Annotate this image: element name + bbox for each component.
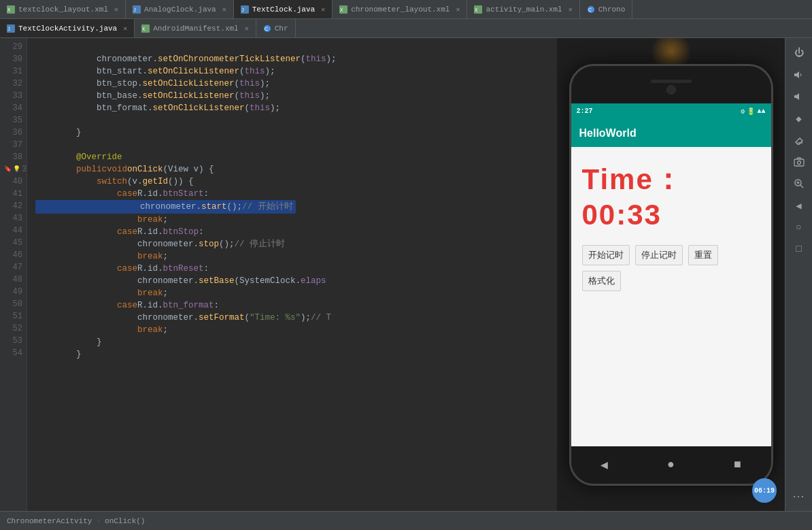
right-sidebar: ⏻ ◆	[785, 38, 812, 511]
phone-btn-format[interactable]: 格式化	[582, 271, 621, 291]
phone-device: 2:27 ⚙ 🔋 ▲▲ HelloWorld Time：00:33 开始记时	[569, 64, 773, 486]
phone-btn-start[interactable]: 开始记时	[582, 245, 630, 265]
breadcrumb-separator: ›	[96, 517, 101, 525]
code-line: }	[35, 336, 549, 348]
svg-text:J: J	[241, 7, 244, 13]
phone-app-title: HelloWorld	[579, 127, 637, 139]
nav-back-icon[interactable]: ◀	[600, 457, 608, 472]
code-line: case R.id.btnStop:	[35, 226, 549, 238]
volume-up-icon[interactable]	[790, 65, 809, 84]
nav-recents-icon[interactable]: ■	[734, 458, 741, 471]
svg-text:J: J	[7, 27, 10, 32]
code-line	[35, 114, 549, 127]
close-icon[interactable]: ✕	[321, 5, 325, 14]
phone-camera	[666, 85, 676, 95]
phone-chrono-display: Time：00:33	[582, 161, 760, 231]
phone-button-row: 开始记时 停止记时 重置 格式化	[582, 245, 760, 291]
breadcrumb-item2: onClick()	[105, 517, 145, 525]
square-icon[interactable]: □	[790, 239, 809, 259]
tab-bar-row2: J TextClockActivity.java ✕ X AndroidMani…	[0, 19, 812, 38]
phone-panel: 2:27 ⚙ 🔋 ▲▲ HelloWorld Time：00:33 开始记时	[557, 38, 785, 511]
main-content: 29 30 31 32 33 34 35 36 37 38 🔖 💡 39 40 …	[0, 38, 812, 511]
battery-icon: 🔋	[747, 107, 755, 116]
tab-textclock-layout[interactable]: X textclock_layout.xml ✕	[0, 0, 126, 18]
code-line: btn_base.setOnClickListener(this);	[35, 90, 549, 102]
eraser-icon[interactable]	[790, 131, 809, 150]
phone-clock: 2:27	[577, 107, 593, 115]
svg-rect-19	[794, 159, 804, 166]
line-numbers: 29 30 31 32 33 34 35 36 37 38 🔖 💡 39 40 …	[0, 38, 27, 511]
tab-textclockactivity[interactable]: J TextClockActivity.java ✕	[0, 19, 135, 37]
code-content[interactable]: chronometer.setOnChronometerTickListener…	[27, 38, 557, 511]
phone-btn-reset[interactable]: 重置	[688, 245, 718, 265]
tab-activity-main[interactable]: X activity_main.xml ✕	[467, 0, 579, 18]
status-bar: ChronometerAcitvity › onClick()	[0, 511, 812, 530]
phone-btn-stop[interactable]: 停止记时	[635, 245, 683, 265]
code-line: btn_stop.setOnClickListener(this);	[35, 78, 549, 90]
back-icon[interactable]: ◀	[790, 196, 809, 215]
close-icon[interactable]: ✕	[456, 5, 460, 14]
tab-chronometer-layout[interactable]: X chronometer_layout.xml ✕	[333, 0, 467, 18]
code-line: public void onClick(View v) {	[35, 163, 549, 176]
more-icon[interactable]: •••	[790, 486, 809, 506]
code-line: }	[35, 127, 549, 139]
close-icon[interactable]: ✕	[222, 5, 226, 14]
code-line: @Override	[35, 151, 549, 163]
code-line: case R.id.btnReset:	[35, 263, 549, 275]
tab-chr[interactable]: C Chr	[256, 19, 296, 37]
float-badge: 06:19	[752, 478, 777, 503]
svg-text:J: J	[133, 7, 136, 13]
code-line	[35, 41, 549, 53]
close-icon[interactable]: ✕	[245, 24, 249, 33]
svg-text:C: C	[588, 7, 592, 12]
code-line: chronometer.stop();// 停止计时	[35, 238, 549, 250]
camera-icon[interactable]	[790, 152, 809, 171]
svg-text:C: C	[265, 27, 268, 31]
tab-bar-row1: X textclock_layout.xml ✕ J AnalogClock.j…	[0, 0, 812, 19]
code-line: chronometer.setOnChronometerTickListener…	[35, 53, 549, 65]
phone-toolbar: HelloWorld	[571, 120, 771, 147]
close-icon[interactable]: ✕	[114, 5, 118, 14]
zoom-in-icon[interactable]	[790, 174, 809, 193]
code-line: break;	[35, 214, 549, 226]
phone-bottom-nav: ◀ ● ■	[571, 446, 771, 484]
code-line: switch (v.getId()) {	[35, 176, 549, 188]
code-line: btn_start.setOnClickListener(this);	[35, 65, 549, 78]
phone-status-icons: ⚙ 🔋 ▲▲	[741, 107, 765, 116]
phone-top-bar	[571, 66, 771, 103]
code-line: break;	[35, 250, 549, 263]
code-line: case R.id.btn_format:	[35, 299, 549, 312]
tab-chrono[interactable]: C Chrono	[580, 0, 633, 18]
phone-status-bar: 2:27 ⚙ 🔋 ▲▲	[571, 103, 771, 120]
code-line	[35, 139, 549, 151]
svg-point-20	[797, 161, 800, 165]
volume-down-icon[interactable]	[790, 87, 809, 106]
close-icon[interactable]: ✕	[123, 24, 127, 33]
phone-app-body: Time：00:33 开始记时 停止记时 重置 格式化	[571, 147, 771, 446]
code-line: break;	[35, 324, 549, 336]
code-editor[interactable]: 29 30 31 32 33 34 35 36 37 38 🔖 💡 39 40 …	[0, 38, 557, 511]
phone-speaker	[651, 80, 692, 83]
tab-analogclock[interactable]: J AnalogClock.java ✕	[126, 0, 234, 18]
code-line: }	[35, 348, 549, 361]
code-line: btn_format.setOnClickListener(this);	[35, 102, 549, 114]
circle-icon[interactable]: ○	[790, 218, 809, 237]
tab-androidmanifest[interactable]: X AndroidManifest.xml ✕	[135, 19, 256, 37]
code-line: chronometer.setFormat("Time: %s");// T	[35, 312, 549, 324]
power-icon[interactable]: ⏻	[790, 44, 809, 63]
settings-icon: ⚙	[741, 107, 745, 116]
code-line-highlighted: chronometer.start();// 开始计时	[35, 200, 549, 214]
code-line: case R.id.btnStart:	[35, 188, 549, 200]
diamond-icon[interactable]: ◆	[790, 109, 809, 128]
nav-home-icon[interactable]: ●	[667, 458, 675, 471]
code-line: break;	[35, 287, 549, 299]
svg-line-22	[800, 185, 803, 188]
wifi-icon: ▲▲	[757, 107, 765, 115]
breadcrumb-item1: ChronometerAcitvity	[7, 517, 92, 525]
tab-textclock-java[interactable]: J TextClock.java ✕	[234, 0, 333, 18]
code-line: chronometer.setBase(SystemClock.elaps	[35, 275, 549, 287]
phone-screen: 2:27 ⚙ 🔋 ▲▲ HelloWorld Time：00:33 开始记时	[571, 103, 771, 446]
close-icon[interactable]: ✕	[569, 5, 573, 14]
